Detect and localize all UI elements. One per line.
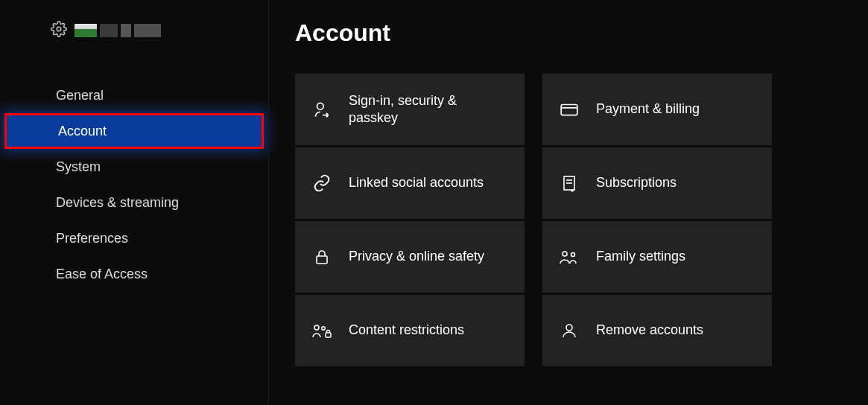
sidebar-item-label: System	[56, 159, 101, 175]
card-content-restrictions[interactable]: Content restrictions	[295, 295, 525, 366]
svg-point-9	[571, 253, 575, 257]
card-label: Content restrictions	[349, 322, 464, 339]
svg-point-10	[314, 325, 319, 330]
family-icon	[559, 248, 580, 266]
card-label: Family settings	[596, 248, 685, 265]
svg-point-8	[563, 252, 567, 256]
link-icon	[311, 173, 332, 193]
svg-rect-2	[561, 105, 577, 115]
sidebar-item-label: Devices & streaming	[56, 195, 179, 211]
sidebar-item-label: General	[56, 88, 104, 103]
card-label: Payment & billing	[596, 101, 700, 118]
sidebar-item-label: Preferences	[56, 231, 128, 246]
sidebar-item-account[interactable]: Account	[4, 113, 264, 149]
people-lock-icon	[311, 322, 332, 339]
card-subscriptions[interactable]: Subscriptions	[542, 147, 772, 219]
sidebar-item-preferences[interactable]: Preferences	[0, 220, 268, 256]
card-family-settings[interactable]: Family settings	[542, 221, 772, 293]
card-signin-security[interactable]: Sign-in, security & passkey	[295, 74, 525, 145]
sidebar-item-ease-of-access[interactable]: Ease of Access	[0, 256, 268, 292]
lock-icon	[311, 248, 332, 266]
sidebar-header	[0, 21, 268, 77]
svg-point-11	[322, 327, 325, 330]
svg-point-1	[317, 103, 324, 109]
card-payment-billing[interactable]: Payment & billing	[542, 74, 772, 145]
sidebar-item-devices[interactable]: Devices & streaming	[0, 185, 268, 220]
receipt-icon	[559, 174, 580, 192]
nav-list: General Account System Devices & streami…	[0, 77, 268, 292]
card-label: Linked social accounts	[349, 174, 484, 191]
sidebar-item-label: Account	[58, 124, 107, 139]
card-label: Remove accounts	[596, 322, 703, 339]
person-arrow-icon	[311, 100, 332, 119]
card-grid: Sign-in, security & passkey Payment & bi…	[295, 74, 838, 366]
person-icon	[559, 322, 580, 339]
card-icon	[559, 100, 580, 119]
svg-rect-12	[326, 333, 331, 337]
sidebar-item-system[interactable]: System	[0, 149, 268, 185]
page-title: Account	[295, 19, 838, 47]
card-label: Sign-in, security & passkey	[349, 92, 505, 127]
divider	[268, 0, 269, 405]
svg-point-13	[566, 325, 572, 331]
svg-point-0	[57, 27, 61, 31]
card-label: Privacy & online safety	[349, 248, 484, 265]
gear-icon	[51, 21, 67, 40]
card-remove-accounts[interactable]: Remove accounts	[542, 295, 772, 366]
card-linked-social[interactable]: Linked social accounts	[295, 147, 525, 219]
sidebar: General Account System Devices & streami…	[0, 0, 268, 405]
card-privacy-safety[interactable]: Privacy & online safety	[295, 221, 525, 293]
svg-rect-7	[317, 256, 327, 264]
sidebar-item-label: Ease of Access	[56, 267, 148, 282]
sidebar-item-general[interactable]: General	[0, 77, 268, 113]
card-label: Subscriptions	[596, 174, 677, 191]
main-content: Account Sign-in, security & passkey Paym…	[268, 0, 868, 405]
gamertag-obscured	[75, 24, 161, 37]
